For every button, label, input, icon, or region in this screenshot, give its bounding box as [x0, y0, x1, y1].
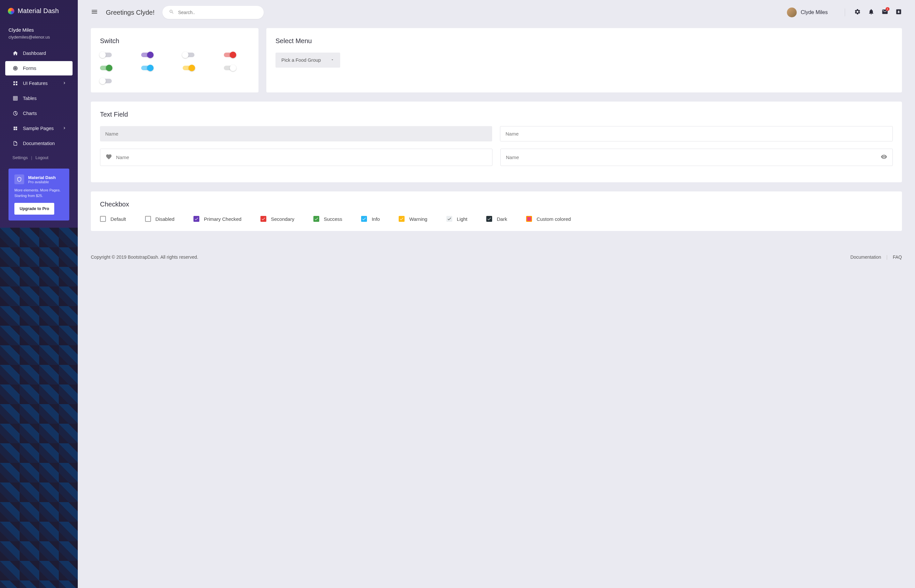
checkbox-label: Light	[457, 216, 468, 222]
checkbox-custom[interactable]: Custom colored	[526, 216, 571, 222]
checkbox-disabled[interactable]: Disabled	[145, 216, 175, 222]
switch-white-7[interactable]	[224, 66, 236, 70]
greeting: Greetings Clyde!	[106, 9, 155, 16]
search-box[interactable]	[162, 6, 264, 19]
brand[interactable]: Material Dash	[0, 0, 78, 22]
checkbox-box	[145, 216, 151, 222]
sidebar-decorative-image	[0, 228, 78, 588]
checkbox-light[interactable]: Light	[446, 216, 468, 222]
switch-green-4[interactable]	[100, 66, 112, 70]
name-input[interactable]	[116, 155, 487, 160]
sidebar-nav: Dashboard Forms UI Features Tables Chart…	[0, 46, 78, 151]
name-input[interactable]	[506, 155, 877, 160]
eye-icon[interactable]	[881, 153, 887, 161]
svg-rect-5	[13, 84, 15, 85]
user-chip[interactable]: Clyde Miles	[787, 8, 828, 17]
switch-knob	[99, 52, 106, 58]
home-icon	[13, 50, 18, 56]
svg-rect-14	[16, 127, 17, 128]
switch-yellow-6[interactable]	[183, 66, 194, 70]
topbar-user-name: Clyde Miles	[800, 10, 828, 15]
nav-ui-features[interactable]: UI Features	[5, 76, 73, 90]
nav-label: Tables	[23, 96, 37, 101]
checkbox-label: Dark	[497, 216, 507, 222]
download-icon[interactable]	[896, 8, 902, 16]
card-title: Switch	[100, 37, 249, 45]
chevron-right-icon	[62, 81, 67, 86]
table-icon	[13, 95, 18, 101]
mail-icon[interactable]: 1	[882, 8, 888, 16]
nav-documentation[interactable]: Documentation	[5, 136, 73, 150]
name-input-icon-right[interactable]	[500, 149, 893, 166]
checkbox-secondary[interactable]: Secondary	[260, 216, 294, 222]
switch-knob	[189, 65, 195, 71]
search-icon	[169, 9, 174, 16]
nav-forms[interactable]: Forms	[5, 61, 73, 76]
checkbox-default[interactable]: Default	[100, 216, 126, 222]
chevron-right-icon	[62, 126, 67, 131]
name-input[interactable]	[506, 131, 887, 137]
svg-rect-6	[16, 84, 17, 85]
settings-link[interactable]: Settings	[13, 155, 28, 160]
switch-red-3[interactable]	[224, 53, 236, 57]
switch-knob	[182, 52, 189, 58]
name-input-outlined[interactable]	[500, 126, 893, 141]
checkbox-info[interactable]: Info	[361, 216, 380, 222]
switch-default-0[interactable]	[100, 53, 112, 57]
checkbox-primary[interactable]: Primary Checked	[194, 216, 241, 222]
nav-label: Sample Pages	[23, 126, 53, 131]
search-input[interactable]	[178, 10, 257, 15]
checkbox-box	[361, 216, 367, 222]
bell-icon[interactable]	[868, 8, 875, 16]
copyright: Copyright © 2019 BootstrapDash. All righ…	[91, 254, 198, 260]
food-group-select[interactable]: Pick a Food Group	[275, 53, 340, 68]
name-input-icon-left[interactable]	[100, 149, 493, 166]
upgrade-button[interactable]: Upgrade to Pro	[15, 203, 54, 215]
sidebar-user-email: clydemiles@elenor.us	[8, 35, 69, 40]
checkbox-label: Disabled	[155, 216, 175, 222]
name-input-filled[interactable]	[100, 126, 492, 141]
switch-grey-8[interactable]	[100, 79, 112, 83]
checkbox-success[interactable]: Success	[314, 216, 343, 222]
pie-icon	[13, 110, 18, 116]
switch-knob	[147, 52, 154, 58]
promo-title: Material Dash	[28, 175, 56, 180]
switch-blue-5[interactable]	[141, 66, 153, 70]
svg-rect-7	[13, 96, 17, 100]
nav-charts[interactable]: Charts	[5, 106, 73, 121]
nav-dashboard[interactable]: Dashboard	[5, 46, 73, 60]
heart-icon	[105, 153, 112, 161]
footer-doc-link[interactable]: Documentation	[850, 254, 881, 260]
shield-icon	[15, 174, 24, 184]
svg-point-2	[15, 68, 16, 69]
promo-card: Material Dash Pro available More element…	[8, 168, 69, 221]
card-title: Text Field	[100, 111, 893, 118]
select-card: Select Menu Pick a Food Group	[266, 28, 902, 92]
menu-toggle-icon[interactable]	[91, 8, 98, 17]
checkbox-label: Warning	[409, 216, 427, 222]
checkbox-box	[446, 216, 452, 222]
checkbox-dark[interactable]: Dark	[486, 216, 507, 222]
switch-card: Switch	[91, 28, 259, 92]
switch-purple-1[interactable]	[141, 53, 153, 57]
logout-link[interactable]: Logout	[35, 155, 48, 160]
checkbox-warning[interactable]: Warning	[399, 216, 427, 222]
checkbox-label: Info	[372, 216, 380, 222]
checkbox-box	[526, 216, 532, 222]
checkbox-label: Custom colored	[537, 216, 571, 222]
nav-label: Dashboard	[23, 51, 46, 56]
footer-faq-link[interactable]: FAQ	[893, 254, 902, 260]
nav-label: Forms	[23, 66, 36, 71]
nav-sample-pages[interactable]: Sample Pages	[5, 121, 73, 136]
nav-tables[interactable]: Tables	[5, 91, 73, 105]
settings-icon[interactable]	[854, 8, 861, 16]
svg-rect-15	[14, 129, 15, 130]
nav-label: UI Features	[23, 81, 48, 86]
switch-default-2[interactable]	[183, 53, 194, 57]
name-input[interactable]	[105, 131, 487, 137]
checkbox-label: Secondary	[271, 216, 294, 222]
checkbox-box	[194, 216, 199, 222]
sidebar-user: Clyde Miles clydemiles@elenor.us	[0, 22, 78, 46]
nav-label: Documentation	[23, 141, 55, 146]
card-title: Select Menu	[275, 37, 893, 45]
